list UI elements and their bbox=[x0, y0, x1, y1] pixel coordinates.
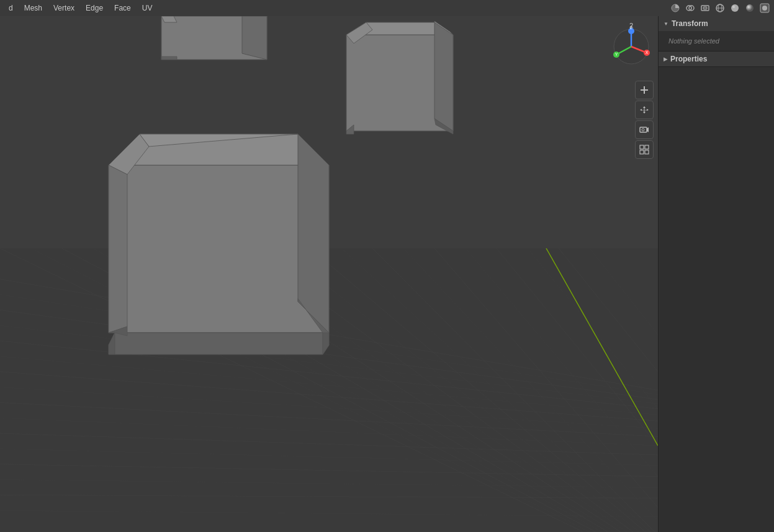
menu-bar: d Mesh Vertex Edge Face UV bbox=[0, 0, 658, 16]
nothing-selected-text: Nothing selected bbox=[664, 35, 769, 47]
viewport-gizmo[interactable]: 2 Z X Y bbox=[606, 19, 656, 68]
menu-item-vertex[interactable]: Vertex bbox=[48, 2, 79, 14]
svg-marker-59 bbox=[109, 134, 149, 174]
transform-label: Transform bbox=[672, 19, 708, 28]
svg-marker-72 bbox=[346, 22, 372, 43]
xray-icon[interactable] bbox=[698, 1, 712, 15]
menu-item-face[interactable]: Face bbox=[109, 2, 136, 14]
grab-tool-icon[interactable] bbox=[635, 101, 654, 119]
svg-marker-68 bbox=[161, 56, 177, 60]
properties-section: ▶ Properties bbox=[659, 52, 774, 67]
transform-content: Nothing selected bbox=[659, 31, 774, 51]
svg-marker-73 bbox=[434, 21, 453, 35]
properties-panel: ▼ Transform Nothing selected ▶ Propertie… bbox=[658, 16, 774, 532]
svg-point-9 bbox=[732, 6, 735, 8]
properties-label: Properties bbox=[670, 55, 707, 63]
wireframe-icon[interactable] bbox=[713, 1, 727, 15]
top-right-toolbar bbox=[658, 0, 774, 16]
overlays-icon[interactable] bbox=[683, 1, 697, 15]
svg-rect-95 bbox=[645, 150, 649, 154]
svg-marker-60 bbox=[298, 134, 329, 165]
properties-header[interactable]: ▶ Properties bbox=[659, 52, 774, 66]
svg-point-12 bbox=[762, 6, 767, 11]
grid-floor bbox=[0, 248, 658, 532]
rendered-icon[interactable] bbox=[758, 1, 772, 15]
svg-marker-69 bbox=[346, 35, 453, 131]
camera-tool-icon[interactable] bbox=[635, 120, 654, 139]
transform-arrow-icon: ▼ bbox=[664, 21, 668, 27]
solid-icon[interactable] bbox=[728, 1, 742, 15]
svg-marker-74 bbox=[346, 125, 354, 134]
svg-text:Z: Z bbox=[630, 25, 633, 30]
svg-marker-75 bbox=[434, 119, 453, 134]
svg-text:Y: Y bbox=[615, 52, 618, 56]
svg-rect-4 bbox=[703, 7, 707, 9]
transform-header[interactable]: ▼ Transform bbox=[659, 16, 774, 31]
svg-marker-71 bbox=[434, 22, 453, 131]
svg-marker-66 bbox=[242, 16, 267, 60]
svg-point-91 bbox=[642, 128, 644, 131]
svg-rect-92 bbox=[640, 145, 644, 149]
grid-tool-icon[interactable] bbox=[635, 140, 654, 159]
svg-text:X: X bbox=[646, 50, 649, 55]
add-tool-icon[interactable] bbox=[635, 81, 654, 99]
menu-item-edge[interactable]: Edge bbox=[81, 2, 108, 14]
menu-item-select[interactable]: d bbox=[4, 2, 18, 14]
viewport-3d[interactable] bbox=[0, 16, 658, 532]
svg-point-8 bbox=[731, 4, 739, 12]
transform-section: ▼ Transform Nothing selected bbox=[659, 16, 774, 52]
properties-arrow-icon: ▶ bbox=[664, 56, 667, 62]
side-toolbar bbox=[635, 81, 656, 159]
svg-marker-67 bbox=[161, 16, 177, 22]
svg-marker-62 bbox=[140, 134, 298, 147]
svg-rect-89 bbox=[640, 127, 647, 132]
viewport-shading-icon[interactable] bbox=[668, 1, 682, 15]
material-preview-icon[interactable] bbox=[743, 1, 757, 15]
svg-marker-53 bbox=[109, 134, 329, 165]
svg-rect-93 bbox=[645, 145, 649, 149]
menu-item-uv[interactable]: UV bbox=[137, 2, 158, 14]
svg-marker-70 bbox=[346, 22, 453, 35]
svg-rect-94 bbox=[640, 150, 644, 154]
svg-point-10 bbox=[746, 4, 754, 12]
svg-marker-65 bbox=[161, 16, 267, 60]
menu-item-mesh[interactable]: Mesh bbox=[19, 2, 47, 14]
